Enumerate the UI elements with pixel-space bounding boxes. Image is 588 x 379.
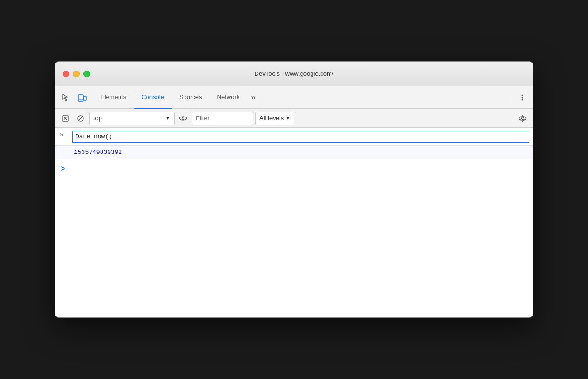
tab-bar: Elements Console Sources Network » [55, 86, 533, 109]
devtools-window: DevTools - www.google.com/ Elements [55, 61, 533, 318]
inspect-icon [61, 93, 71, 102]
block-icon [77, 115, 84, 122]
context-selector[interactable]: top ▼ [89, 112, 175, 125]
kebab-menu-icon [518, 94, 526, 101]
tab-sources[interactable]: Sources [172, 86, 210, 109]
command-input[interactable] [72, 131, 529, 143]
command-close-button[interactable]: ✕ [55, 128, 68, 142]
tab-elements[interactable]: Elements [93, 86, 134, 109]
prompt-arrow-icon: > [61, 164, 65, 173]
svg-line-11 [79, 116, 83, 120]
console-area: ✕ 1535749830392 > [55, 128, 533, 317]
device-toggle-button[interactable] [75, 90, 89, 105]
window-title: DevTools - www.google.com/ [255, 70, 334, 77]
prompt-row: > [55, 159, 533, 178]
more-tabs-button[interactable]: » [247, 86, 259, 109]
command-row: ✕ [55, 128, 533, 146]
result-value: 1535749830392 [68, 146, 533, 159]
close-icon: ✕ [59, 132, 64, 138]
result-row: 1535749830392 [55, 146, 533, 159]
clear-console-button[interactable] [59, 112, 72, 125]
chevron-down-icon: ▼ [165, 116, 170, 121]
gear-icon [519, 115, 526, 122]
title-bar: DevTools - www.google.com/ [55, 62, 533, 86]
eye-icon [179, 115, 187, 122]
tab-console[interactable]: Console [134, 86, 172, 109]
svg-point-4 [522, 94, 523, 96]
live-expressions-button[interactable] [176, 112, 190, 125]
svg-point-6 [522, 99, 523, 100]
svg-point-13 [522, 117, 524, 119]
tab-network[interactable]: Network [210, 86, 248, 109]
svg-point-3 [81, 100, 82, 101]
chevron-down-icon: ▼ [285, 116, 290, 121]
traffic-lights [63, 71, 90, 77]
svg-rect-1 [84, 96, 86, 100]
filter-input[interactable] [192, 112, 253, 125]
close-button[interactable] [63, 71, 69, 77]
log-levels-selector[interactable]: All levels ▼ [255, 112, 294, 125]
devtools-menu-button[interactable] [515, 90, 529, 105]
devtools-icons [59, 90, 89, 105]
tab-bar-divider [511, 92, 511, 103]
inspect-element-button[interactable] [59, 90, 73, 105]
svg-point-5 [522, 97, 523, 98]
settings-button[interactable] [516, 112, 529, 125]
svg-point-12 [182, 117, 184, 119]
clear-icon [62, 115, 69, 122]
command-input-area [68, 128, 533, 145]
maximize-button[interactable] [83, 71, 90, 77]
device-icon [77, 93, 87, 102]
console-toolbar: top ▼ All levels ▼ [55, 109, 533, 128]
block-icon-button[interactable] [74, 112, 87, 125]
minimize-button[interactable] [73, 71, 80, 77]
